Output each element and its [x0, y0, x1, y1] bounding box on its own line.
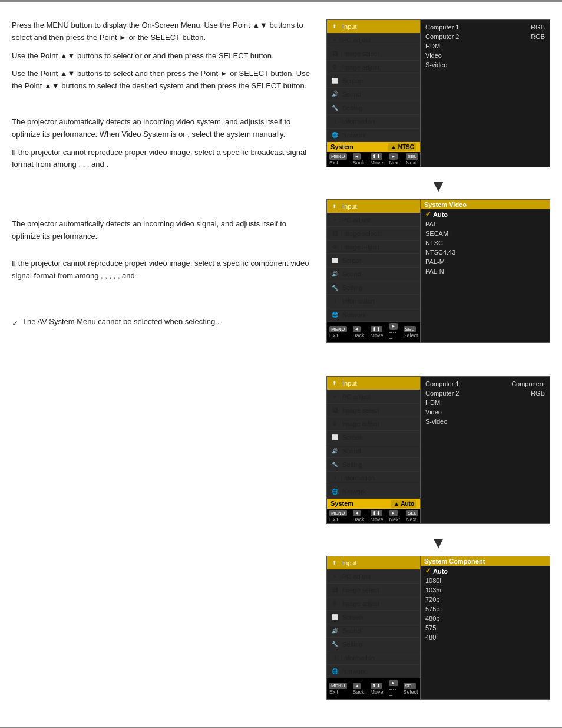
osd-label-screen-4: Screen	[342, 614, 418, 621]
osd-label-input-3: Input	[342, 380, 408, 387]
osd-label-imgadj-3: Image adjust	[342, 420, 418, 427]
osd-row-network-4: 🌐 Network	[327, 665, 420, 678]
osd-row-imgsel-4: 🖼 Image select	[327, 584, 420, 597]
network-icon-4: 🌐	[329, 666, 340, 677]
sound-icon-2: 🔊	[329, 269, 340, 279]
osd-label-input-1: Input	[342, 23, 408, 30]
bottom-move-1: ⬆⬇ Move	[371, 153, 384, 166]
pc-icon-1: ▪	[329, 35, 340, 45]
osd-menu-4: ⬆ Input ◄ ▪ PC adjust 🖼 Image select ⚙	[326, 556, 550, 700]
section2-text2: If the projector cannot reproduce proper…	[12, 147, 315, 172]
pc-icon-2: ▪	[329, 215, 340, 225]
osd-label-setting-3: Setting	[342, 461, 418, 468]
setting-icon-4: 🔧	[329, 639, 340, 650]
osd-full-3: ⬆ Input ◄ ▪ PC adjust 🖼 Image select ⚙	[326, 376, 550, 524]
section3-text2: If the projector cannot reproduce proper…	[12, 258, 315, 282]
osd-row-info-4: ℹ Information	[327, 651, 420, 665]
osd-row-screen-1: ⬜ Screen	[327, 74, 420, 88]
submenu-1080i-4: 1080i	[421, 576, 550, 585]
spacer-between-sections	[326, 353, 550, 376]
osd-label-imgsel-2: Image select	[342, 230, 418, 237]
screen-icon-4: ⬜	[329, 612, 340, 622]
screen-icon-1: ⬜	[329, 75, 340, 86]
submenu-secam-2: SECAM	[421, 229, 550, 238]
osd-label-sound-4: Sound	[342, 627, 418, 634]
note-text: The AV System Menu cannot be selected wh…	[22, 317, 219, 326]
osd-left-4: ⬆ Input ◄ ▪ PC adjust 🖼 Image select ⚙	[326, 556, 421, 700]
status-label-3: System	[330, 500, 353, 508]
osd-label-pc-1: PC adjust	[342, 37, 418, 44]
osd-row-imgsel-3: 🖼 Image select	[327, 404, 420, 417]
bottom-next-4: ► ------	[389, 680, 398, 698]
imgsel-icon-4: 🖼	[329, 585, 340, 595]
network-icon-2: 🌐	[329, 309, 340, 320]
arrow-down-1: ▼	[326, 177, 550, 196]
network-icon-3: 🌐	[329, 486, 340, 497]
info-icon-2: ℹ	[329, 296, 340, 307]
right-item-hdmi-3: HDMI	[425, 398, 545, 407]
submenu-paln-2: PAL-N	[421, 266, 550, 276]
imgadj-icon-2: ⚙	[329, 242, 340, 252]
bottom-move-4: ⬆⬇ Move	[371, 683, 384, 695]
bottom-move-2: ⬆⬇ Move	[371, 326, 384, 338]
info-icon-3: ℹ	[329, 473, 340, 483]
pc-icon-3: ▪	[329, 391, 340, 402]
submenu-480p-4: 480p	[421, 614, 550, 623]
imgadj-icon-3: ⚙	[329, 419, 340, 429]
osd-row-sound-1: 🔊 Sound	[327, 88, 420, 101]
osd-label-screen-1: Screen	[342, 77, 418, 84]
osd-right-4: System Component ✔ Auto 1080i 1035i 720p…	[421, 556, 550, 700]
right-item-svideo-3: S-video	[425, 417, 545, 426]
osd-row-pc-2: ▪ PC adjust	[327, 213, 420, 227]
submenu-720p-4: 720p	[421, 595, 550, 604]
bottom-move-3: ⬆⬇ Move	[371, 510, 384, 522]
right-item-video-3: Video	[425, 407, 545, 417]
bottom-menu-3: MENU Exit	[329, 510, 347, 522]
osd-row-network-3: 🌐 Network	[327, 485, 420, 499]
osd-label-setting-1: Setting	[342, 104, 418, 111]
right-item-comp1: Computer 1RGB	[425, 22, 545, 32]
osd-arrow-3: ◄	[411, 379, 418, 387]
submenu-ntsc-2: NTSC	[421, 238, 550, 248]
section-2: The projector automatically detects an i…	[12, 116, 315, 171]
osd-full-1: ⬆ Input ◄ ▪ PC adjust 🖼 Image select ⚙	[326, 19, 550, 167]
right-item-comp2: Computer 2RGB	[425, 32, 545, 41]
info-icon-1: ℹ	[329, 116, 340, 127]
osd-row-imgadj-1: ⚙ Image adjust	[327, 61, 420, 74]
osd-row-pc-3: ▪ PC adjust	[327, 390, 420, 404]
osd-row-setting-1: 🔧 Setting	[327, 101, 420, 115]
sound-icon-4: 🔊	[329, 625, 340, 636]
osd-bottom-2: MENU Exit ◄ Back ⬆⬇ Move ► ------ SEL Se…	[327, 322, 420, 342]
osd-row-info-3: ℹ Information	[327, 472, 420, 485]
status-value-1: ▲ NTSC	[388, 143, 416, 151]
right-item-comp1-3: Computer 1Component	[425, 379, 545, 388]
bottom-select-1: SEL Next	[406, 153, 418, 166]
osd-label-pc-3: PC adjust	[342, 393, 418, 400]
osd-status-1: System ▲ NTSC	[327, 142, 420, 152]
osd-menu-1: ⬆ Input ◄ ▪ PC adjust 🖼 Image select ⚙	[326, 19, 550, 167]
right-item-video: Video	[425, 51, 545, 60]
right-item-comp2-3: Computer 2RGB	[425, 388, 545, 398]
screen-icon-3: ⬜	[329, 432, 340, 443]
section3-text1: The projector automatically detects an i…	[12, 218, 315, 243]
bottom-select-2: SEL Select	[404, 326, 418, 338]
osd-row-input-3: ⬆ Input ◄	[327, 377, 420, 390]
network-icon-1: 🌐	[329, 130, 340, 140]
osd-label-pc-4: PC adjust	[342, 573, 418, 580]
imgadj-icon-1: ⚙	[329, 62, 340, 73]
osd-label-screen-3: Screen	[342, 434, 418, 441]
input-icon-1: ⬆	[329, 21, 340, 32]
osd-row-setting-4: 🔧 Setting	[327, 638, 420, 651]
osd-menu-3: ⬆ Input ◄ ▪ PC adjust 🖼 Image select ⚙	[326, 376, 550, 524]
page-content: Press the MENU button to display the On-…	[0, 2, 562, 721]
sound-icon-3: 🔊	[329, 446, 340, 456]
osd-arrow-1: ◄	[411, 22, 418, 31]
bottom-back-3: ◄ Back	[353, 510, 365, 522]
note-block: ✓ The AV System Menu cannot be selected …	[12, 317, 315, 328]
osd-bottom-3: MENU Exit ◄ Back ⬆⬇ Move ► Next SEL Next	[327, 509, 420, 523]
sound-icon-1: 🔊	[329, 89, 340, 100]
section-1: Press the MENU button to display the On-…	[12, 19, 315, 93]
submenu-ntsc443-2: NTSC4.43	[421, 248, 550, 257]
submenu-480i-4: 480i	[421, 633, 550, 642]
pc-icon-4: ▪	[329, 571, 340, 582]
